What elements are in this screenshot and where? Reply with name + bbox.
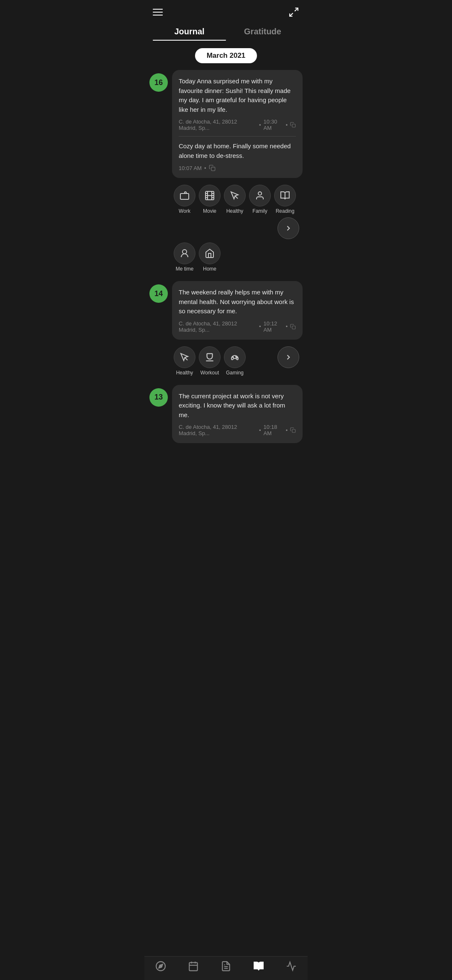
tag-circle-home — [199, 242, 221, 264]
tab-journal[interactable]: Journal — [153, 23, 226, 41]
entry-card-16[interactable]: Today Anna surprised me with my favourit… — [172, 70, 303, 178]
tags-group-16: Work Movie — [144, 182, 308, 274]
svg-rect-2 — [292, 124, 295, 127]
tag-label-home: Home — [203, 266, 216, 272]
tag-label-healthy: Healthy — [226, 208, 244, 214]
copy-icon-16-1 — [209, 165, 216, 171]
entry-text-13: The current project at work is not very … — [179, 392, 296, 420]
tag-label-movie: Movie — [203, 208, 216, 214]
menu-button[interactable] — [153, 9, 163, 15]
tag-more-14[interactable] — [277, 346, 299, 368]
tag-healthy-14[interactable]: Healthy — [174, 346, 195, 376]
tag-circle-healthy-14 — [174, 346, 195, 368]
svg-point-22 — [236, 357, 237, 358]
tag-circle-me-time — [174, 242, 195, 264]
entry-meta-14: C. de Atocha, 41, 28012 Madrid, Sp... • … — [179, 320, 296, 333]
tag-circle-reading — [274, 185, 296, 206]
copy-icon-14 — [290, 323, 296, 330]
tag-label-workout-14: Workout — [200, 370, 219, 376]
tag-workout-14[interactable]: Workout — [199, 346, 221, 376]
tag-label-me-time: Me time — [176, 266, 194, 272]
entry-card-14[interactable]: The weekend really helps me with my ment… — [172, 281, 303, 340]
copy-icon-13 — [290, 427, 296, 433]
expand-button[interactable] — [288, 7, 299, 18]
tag-circle-workout-14 — [199, 346, 221, 368]
entry-text-14: The weekend really helps me with my ment… — [179, 288, 296, 316]
entry-text-16-1: Cozy day at home. Finally some needed al… — [179, 142, 296, 160]
day-badge-14: 14 — [149, 284, 168, 303]
entry-group-13: 13 The current project at work is not ve… — [144, 385, 308, 444]
tag-circle-healthy — [224, 185, 246, 206]
tag-circle-family — [249, 185, 271, 206]
day-badge-16: 16 — [149, 73, 168, 92]
tag-label-family: Family — [252, 208, 267, 214]
entry-group-16: 16 Today Anna surprised me with my favou… — [144, 70, 308, 178]
tag-movie[interactable]: Movie — [199, 185, 221, 214]
tag-reading[interactable]: Reading — [274, 185, 296, 214]
tag-label-healthy-14: Healthy — [176, 370, 193, 376]
svg-line-1 — [290, 13, 293, 16]
tag-label-work: Work — [179, 208, 190, 214]
tag-me-time[interactable]: Me time — [174, 242, 195, 272]
entry-divider — [179, 136, 296, 137]
tag-more-16[interactable] — [277, 217, 299, 239]
svg-rect-23 — [292, 429, 295, 432]
tag-circle-work — [174, 185, 195, 206]
entry-meta-16-1: 10:07 AM • — [179, 165, 296, 171]
tag-circle-movie — [199, 185, 221, 206]
day-badge-13: 13 — [149, 388, 168, 407]
tag-work[interactable]: Work — [174, 185, 195, 214]
svg-rect-16 — [292, 326, 295, 329]
entry-card-13[interactable]: The current project at work is not very … — [172, 385, 303, 444]
svg-rect-4 — [180, 193, 189, 199]
date-pill: March 2021 — [144, 48, 308, 63]
tabs-bar: Journal Gratitude — [144, 23, 308, 41]
tag-family[interactable]: Family — [249, 185, 271, 214]
tag-label-gaming-14: Gaming — [226, 370, 244, 376]
entry-meta-13: C. de Atocha, 41, 28012 Madrid, Sp... • … — [179, 424, 296, 436]
tag-home[interactable]: Home — [199, 242, 221, 272]
tag-healthy[interactable]: Healthy — [224, 185, 246, 214]
tags-group-14: Healthy Workout — [144, 344, 308, 378]
tag-gaming-14[interactable]: Gaming — [224, 346, 246, 376]
svg-line-0 — [295, 8, 298, 11]
copy-icon-16-0 — [290, 121, 296, 128]
entry-meta-16-0: C. de Atocha, 41, 28012 Madrid, Sp... • … — [179, 119, 296, 131]
svg-rect-3 — [211, 167, 215, 171]
tag-label-reading: Reading — [276, 208, 295, 214]
app-header — [144, 0, 308, 21]
svg-point-15 — [182, 250, 187, 254]
svg-point-14 — [258, 192, 262, 195]
tag-circle-gaming-14 — [224, 346, 246, 368]
entry-text-16-0: Today Anna surprised me with my favourit… — [179, 77, 296, 114]
entry-group-14: 14 The weekend really helps me with my m… — [144, 281, 308, 340]
tab-gratitude[interactable]: Gratitude — [226, 23, 299, 41]
